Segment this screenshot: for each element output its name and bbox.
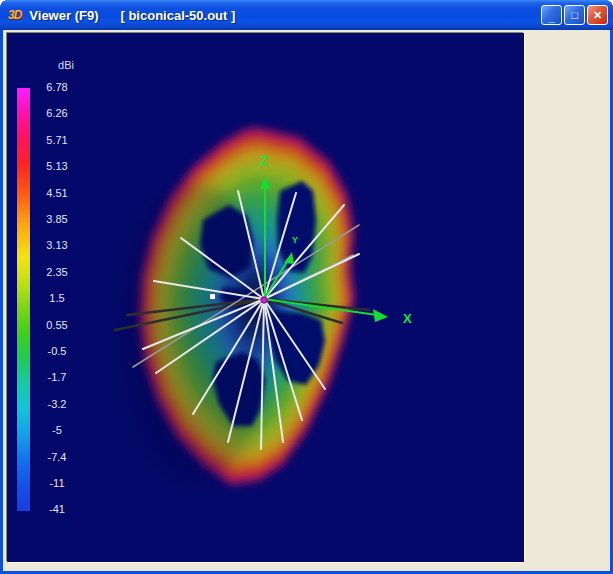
control-panel: Mhz Axis mtr Theta Phi < zoom > Ident Re… [528, 30, 610, 571]
colorbar-value: 5.71 [33, 134, 81, 146]
viewer-window: 3D Viewer (F9) [ biconical-50.out ] _ □ … [0, 0, 613, 574]
minimize-icon: _ [548, 11, 554, 23]
colorbar-value: -11 [33, 477, 81, 489]
app-3d-icon: 3D [8, 8, 21, 22]
y-axis-label: Y [292, 235, 298, 245]
colorbar-value: 4.51 [33, 187, 81, 199]
x-axis-arrow-icon [373, 309, 388, 322]
colorbar-value: 3.13 [33, 239, 81, 251]
colorbar-value: 2.35 [33, 266, 81, 278]
colorbar-value: -1.7 [33, 371, 81, 383]
titlebar[interactable]: 3D Viewer (F9) [ biconical-50.out ] _ □ … [0, 0, 613, 30]
colorbar-value: -3.2 [33, 398, 81, 410]
colorbar-value: 1.5 [33, 292, 81, 304]
colorbar-labels: 6.786.265.715.134.513.853.132.351.50.55-… [33, 33, 81, 562]
window-filename: [ biconical-50.out ] [120, 8, 235, 23]
colorbar-value: 3.85 [33, 213, 81, 225]
colorbar-value: -5 [33, 424, 81, 436]
colorbar-value: 5.13 [33, 160, 81, 172]
colorbar-value: 6.26 [33, 107, 81, 119]
colorbar-value: 0.55 [33, 319, 81, 331]
3d-view-canvas[interactable]: Z Y X dBi 6.786.265.715.134.513.853.132.… [7, 33, 524, 562]
z-axis-label: Z [260, 153, 268, 168]
colorbar-gradient [17, 88, 30, 511]
close-icon: ✕ [593, 9, 602, 22]
window-title: Viewer (F9) [29, 8, 98, 23]
colorbar-value: -41 [33, 503, 81, 515]
colorbar-value: 6.78 [33, 81, 81, 93]
feed-point-marker [210, 294, 215, 299]
maximize-icon: □ [571, 9, 578, 21]
origin-dot [261, 297, 267, 303]
shading-overlay [122, 183, 272, 483]
window-content: Z Y X dBi 6.786.265.715.134.513.853.132.… [3, 30, 610, 571]
colorbar-value: -0.5 [33, 345, 81, 357]
radiation-pattern-plot[interactable]: Z Y X [7, 33, 524, 562]
close-button[interactable]: ✕ [587, 5, 608, 25]
colorbar-value: -7.4 [33, 451, 81, 463]
maximize-button[interactable]: □ [564, 5, 585, 25]
minimize-button[interactable]: _ [541, 5, 562, 25]
x-axis-label: X [403, 311, 412, 326]
